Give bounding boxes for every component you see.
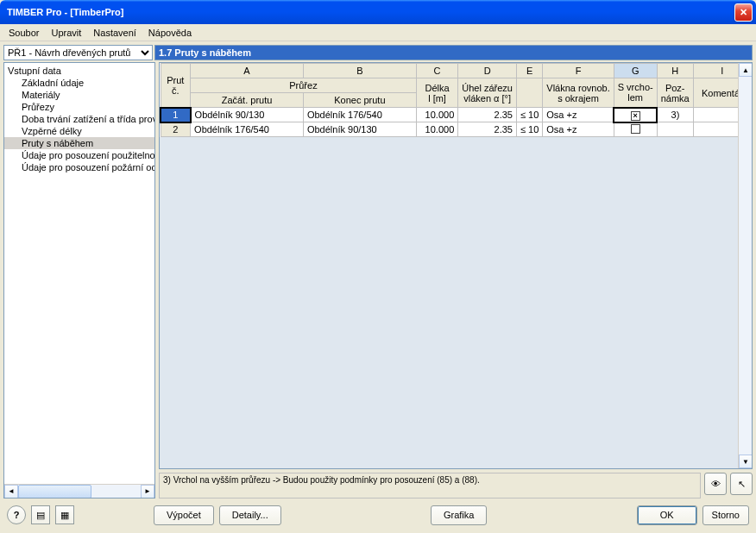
detaily-button[interactable]: Detaily... bbox=[219, 505, 281, 525]
hdr-pozn: Poz- námka bbox=[657, 78, 693, 108]
cell-a[interactable]: Obdélník 176/540 bbox=[191, 122, 304, 137]
cell-f[interactable]: Osa +z bbox=[543, 108, 614, 122]
close-button[interactable]: ✕ bbox=[734, 3, 753, 22]
section-title: 1.7 Pruty s náběhem bbox=[154, 45, 753, 60]
tree-root[interactable]: Vstupní data bbox=[4, 65, 154, 77]
tool-button-2[interactable]: ▦ bbox=[55, 505, 74, 524]
menu-napoveda[interactable]: Nápověda bbox=[143, 26, 197, 39]
tree-item-1[interactable]: Materiály bbox=[4, 89, 154, 101]
cell-b[interactable]: Obdélník 176/540 bbox=[303, 108, 416, 122]
hdr-vrcho: S vrcho- lem bbox=[614, 78, 657, 108]
doc-icon: ▤ bbox=[36, 510, 45, 521]
cell-g[interactable]: × bbox=[614, 108, 657, 122]
eye-icon: 👁 bbox=[711, 479, 721, 489]
table-row: 1Obdélník 90/130Obdélník 176/54010.0002.… bbox=[161, 108, 752, 122]
titlebar: TIMBER Pro - [TimberPro] ✕ bbox=[0, 0, 756, 24]
tool-button-1[interactable]: ▤ bbox=[31, 505, 50, 524]
row-number[interactable]: 2 bbox=[161, 122, 191, 137]
ok-button[interactable]: OK bbox=[637, 505, 697, 525]
menu-soubor[interactable]: Soubor bbox=[3, 26, 44, 39]
cell-d[interactable]: 2.35 bbox=[458, 122, 517, 137]
scroll-right-icon[interactable]: ► bbox=[141, 485, 154, 499]
tree-item-3[interactable]: Doba trvání zatížení a třída provozu bbox=[4, 113, 154, 125]
col-D[interactable]: D bbox=[458, 64, 517, 78]
checkbox-icon[interactable] bbox=[631, 124, 640, 134]
module-selector[interactable]: PŘ1 - Návrh dřevěných prutů bbox=[3, 45, 153, 60]
cell-c[interactable]: 10.000 bbox=[416, 122, 457, 137]
menu-upravit[interactable]: Upravit bbox=[46, 26, 86, 39]
tree-item-6[interactable]: Údaje pro posouzení použitelnosti bbox=[4, 149, 154, 161]
col-F[interactable]: F bbox=[543, 64, 614, 78]
tree-hscroll[interactable]: ◄ ► bbox=[4, 484, 154, 498]
pick-button[interactable]: ↖ bbox=[730, 473, 753, 495]
cell-f[interactable]: Osa +z bbox=[543, 122, 614, 137]
col-B[interactable]: B bbox=[303, 64, 416, 78]
doc2-icon: ▦ bbox=[60, 510, 69, 521]
storno-button[interactable]: Storno bbox=[702, 505, 749, 525]
status-note: 3) Vrchol na vyšším průřezu -> Budou pou… bbox=[159, 473, 701, 499]
hdr-uhel: Úhel zářezu vláken α [°] bbox=[458, 78, 517, 108]
cell-d[interactable]: 2.35 bbox=[458, 108, 517, 122]
grid-vscroll[interactable]: ▲ ▼ bbox=[738, 63, 752, 468]
cell-a[interactable]: Obdélník 90/130 bbox=[191, 108, 304, 122]
view-button[interactable]: 👁 bbox=[704, 473, 727, 495]
cell-c[interactable]: 10.000 bbox=[416, 108, 457, 122]
col-prut[interactable]: Prut č. bbox=[161, 64, 191, 108]
close-icon: ✕ bbox=[740, 7, 747, 18]
col-G[interactable]: G bbox=[614, 64, 657, 78]
hdr-prurez: Průřez bbox=[191, 78, 417, 93]
cell-e[interactable]: ≤ 10 bbox=[516, 122, 542, 137]
scroll-thumb[interactable] bbox=[18, 485, 91, 499]
row-number[interactable]: 1 bbox=[161, 108, 191, 122]
col-E[interactable]: E bbox=[516, 64, 542, 78]
scroll-left-icon[interactable]: ◄ bbox=[4, 485, 18, 499]
hdr-konec: Konec prutu bbox=[303, 93, 416, 108]
help-icon: ? bbox=[14, 510, 20, 520]
tree-item-5[interactable]: Pruty s náběhem bbox=[4, 137, 154, 149]
table-row: 2Obdélník 176/540Obdélník 90/13010.0002.… bbox=[161, 122, 752, 137]
scroll-down-icon[interactable]: ▼ bbox=[739, 455, 753, 468]
footer: ? ▤ ▦ Výpočet Detaily... Grafika OK Stor… bbox=[0, 500, 756, 530]
hdr-vlakna: Vlákna rovnob. s okrajem bbox=[543, 78, 614, 108]
checkbox-icon[interactable]: × bbox=[631, 111, 640, 121]
cell-h[interactable] bbox=[657, 122, 693, 137]
col-C[interactable]: C bbox=[416, 64, 457, 78]
pick-icon: ↖ bbox=[738, 479, 746, 490]
col-H[interactable]: H bbox=[657, 64, 693, 78]
menubar: Soubor Upravit Nastavení Nápověda bbox=[0, 24, 756, 41]
col-A[interactable]: A bbox=[191, 64, 304, 78]
grafika-button[interactable]: Grafika bbox=[431, 505, 487, 525]
hdr-delka: Délka l [m] bbox=[416, 78, 457, 108]
tree-item-4[interactable]: Vzpěrné délky bbox=[4, 125, 154, 137]
help-button[interactable]: ? bbox=[7, 505, 26, 524]
hdr-zacat: Začát. prutu bbox=[191, 93, 304, 108]
cell-e[interactable]: ≤ 10 bbox=[516, 108, 542, 122]
cell-b[interactable]: Obdélník 90/130 bbox=[303, 122, 416, 137]
menu-nastaveni[interactable]: Nastavení bbox=[88, 26, 142, 39]
scroll-up-icon[interactable]: ▲ bbox=[739, 63, 753, 77]
tree-item-7[interactable]: Údaje pro posouzení požární odolnosti bbox=[4, 161, 154, 173]
window-title: TIMBER Pro - [TimberPro] bbox=[3, 7, 734, 17]
hdr-blank bbox=[516, 78, 542, 108]
cell-h[interactable]: 3) bbox=[657, 108, 693, 122]
data-grid: Prut č. A B C D E F G H I Průřez Délka l… bbox=[159, 62, 753, 469]
tree-item-0[interactable]: Základní údaje bbox=[4, 77, 154, 89]
cell-g[interactable] bbox=[614, 122, 657, 137]
grid-empty-area bbox=[160, 141, 738, 468]
tree-item-2[interactable]: Průřezy bbox=[4, 101, 154, 113]
nav-tree: Vstupní data Základní údajeMateriályPrůř… bbox=[3, 62, 155, 499]
vypocet-button[interactable]: Výpočet bbox=[154, 505, 214, 525]
